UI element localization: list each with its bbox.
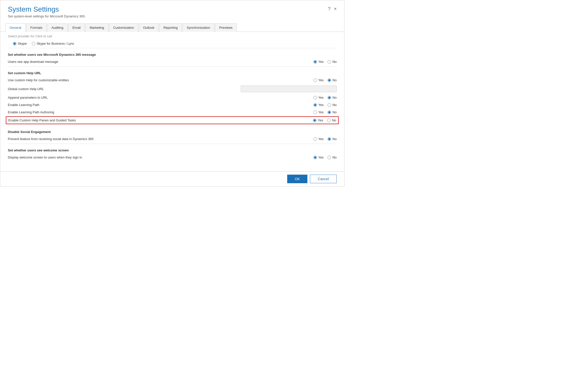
app-download-yes-radio[interactable] (313, 60, 317, 64)
cancel-button[interactable]: Cancel (310, 175, 337, 183)
tab-email[interactable]: Email (68, 23, 85, 32)
custom-help-entities-controls: Yes No (296, 78, 337, 82)
tab-synchronization[interactable]: Synchronization (182, 23, 215, 32)
learning-path-no-radio[interactable] (328, 103, 331, 107)
setting-custom-help-entities: Use custom Help for customizable entitie… (8, 76, 337, 84)
prevent-social-no-radio[interactable] (328, 137, 331, 141)
section-help-url-heading: Set custom Help URL (8, 71, 337, 75)
content-area: Select provider for Click to call Skype … (0, 32, 344, 173)
setting-custom-help-panes: Enable Custom Help Panes and Guided Task… (6, 116, 339, 124)
display-welcome-yes-radio[interactable] (313, 156, 317, 159)
dialog-controls: ? × (328, 5, 337, 12)
app-download-yes[interactable]: Yes (313, 60, 324, 64)
skype-business-radio[interactable] (32, 42, 35, 45)
tab-reporting[interactable]: Reporting (159, 23, 182, 32)
prevent-social-yes[interactable]: Yes (313, 137, 324, 141)
prevent-social-no[interactable]: No (328, 137, 337, 141)
tab-customization[interactable]: Customization (109, 23, 138, 32)
ok-button[interactable]: OK (287, 175, 307, 183)
learning-path-yes[interactable]: Yes (313, 103, 324, 107)
click-to-call-label: Select provider for Click to call (8, 34, 337, 38)
learning-path-authoring-label: Enable Learning Path Authoring (8, 110, 296, 114)
skype-business-option[interactable]: Skype for Business / Lync (32, 42, 74, 45)
setting-learning-path: Enable Learning Path Yes No (8, 101, 337, 109)
app-download-no[interactable]: No (328, 60, 337, 64)
divider-2 (8, 66, 337, 67)
learning-path-label: Enable Learning Path (8, 103, 296, 107)
append-params-yes-radio[interactable] (313, 96, 317, 99)
setting-learning-path-authoring: Enable Learning Path Authoring Yes No (8, 109, 337, 116)
append-params-yes[interactable]: Yes (313, 96, 324, 99)
divider-1 (8, 48, 337, 48)
custom-help-entities-no[interactable]: No (328, 78, 337, 82)
skype-radio[interactable] (13, 42, 16, 45)
tabs-bar: General Formats Auditing Email Marketing… (0, 23, 344, 32)
skype-option[interactable]: Skype (13, 42, 27, 45)
tab-marketing[interactable]: Marketing (85, 23, 108, 32)
custom-help-entities-yes[interactable]: Yes (313, 78, 324, 82)
global-help-url-input[interactable] (241, 86, 337, 92)
custom-help-panes-yes[interactable]: Yes (313, 118, 323, 122)
global-help-url-controls (241, 86, 337, 92)
setting-app-download: Users see app download message Yes No (8, 58, 337, 65)
skype-label: Skype (18, 42, 27, 45)
dialog-header: System Settings Set system-level setting… (0, 0, 344, 21)
help-icon[interactable]: ? (328, 6, 330, 12)
custom-help-panes-no-radio[interactable] (327, 119, 331, 122)
section-social-heading: Disable Social Engagement (8, 130, 337, 134)
tab-previews[interactable]: Previews (215, 23, 237, 32)
section-welcome-heading: Set whether users see welcome screen (8, 148, 337, 152)
setting-append-params: Append parameters to URL Yes No (8, 94, 337, 101)
setting-global-help-url: Global custom Help URL (8, 84, 337, 94)
section-ms-message-heading: Set whether users see Microsoft Dynamics… (8, 53, 337, 57)
dialog-footer: OK Cancel (0, 171, 344, 186)
custom-help-panes-yes-radio[interactable] (313, 119, 316, 122)
custom-help-entities-label: Use custom Help for customizable entitie… (8, 78, 296, 82)
append-params-no-radio[interactable] (328, 96, 331, 99)
custom-help-entities-yes-radio[interactable] (313, 78, 317, 82)
prevent-social-yes-radio[interactable] (313, 137, 317, 141)
learning-path-authoring-no-radio[interactable] (328, 111, 331, 114)
skype-options: Skype Skype for Business / Lync (8, 40, 337, 47)
app-download-controls: Yes No (296, 60, 337, 64)
setting-prevent-social: Prevent feature from receiving social da… (8, 135, 337, 143)
append-params-controls: Yes No (296, 96, 337, 99)
display-welcome-controls: Yes No (296, 155, 337, 159)
tab-outlook[interactable]: Outlook (139, 23, 159, 32)
tab-general[interactable]: General (5, 23, 25, 32)
tab-auditing[interactable]: Auditing (47, 23, 68, 32)
setting-display-welcome: Display welcome screen to users when the… (8, 154, 337, 161)
divider-4 (8, 144, 337, 144)
app-download-no-radio[interactable] (328, 60, 331, 64)
app-download-label: Users see app download message (8, 60, 296, 64)
display-welcome-no[interactable]: No (328, 155, 337, 159)
custom-help-panes-controls: Yes No (296, 118, 336, 122)
tab-formats[interactable]: Formats (26, 23, 47, 32)
prevent-social-label: Prevent feature from receiving social da… (8, 137, 296, 141)
learning-path-authoring-yes[interactable]: Yes (313, 110, 324, 114)
skype-business-label: Skype for Business / Lync (37, 42, 74, 45)
divider-3 (8, 125, 337, 125)
display-welcome-label: Display welcome screen to users when the… (8, 155, 296, 159)
append-params-no[interactable]: No (328, 96, 337, 99)
close-icon[interactable]: × (334, 6, 337, 12)
custom-help-panes-no[interactable]: No (327, 118, 336, 122)
dialog-subtitle: Set system-level settings for Microsoft … (8, 14, 86, 18)
header-text: System Settings Set system-level setting… (8, 5, 86, 18)
learning-path-controls: Yes No (296, 103, 337, 107)
custom-help-entities-no-radio[interactable] (328, 78, 331, 82)
prevent-social-controls: Yes No (296, 137, 337, 141)
display-welcome-yes[interactable]: Yes (313, 155, 324, 159)
global-help-url-label: Global custom Help URL (8, 87, 241, 91)
learning-path-yes-radio[interactable] (313, 103, 317, 107)
append-params-label: Append parameters to URL (8, 96, 296, 99)
learning-path-authoring-no[interactable]: No (328, 110, 337, 114)
display-welcome-no-radio[interactable] (328, 156, 331, 159)
learning-path-no[interactable]: No (328, 103, 337, 107)
learning-path-authoring-controls: Yes No (296, 110, 337, 114)
learning-path-authoring-yes-radio[interactable] (313, 111, 317, 114)
dialog-title: System Settings (8, 5, 86, 13)
custom-help-panes-label: Enable Custom Help Panes and Guided Task… (8, 118, 296, 122)
